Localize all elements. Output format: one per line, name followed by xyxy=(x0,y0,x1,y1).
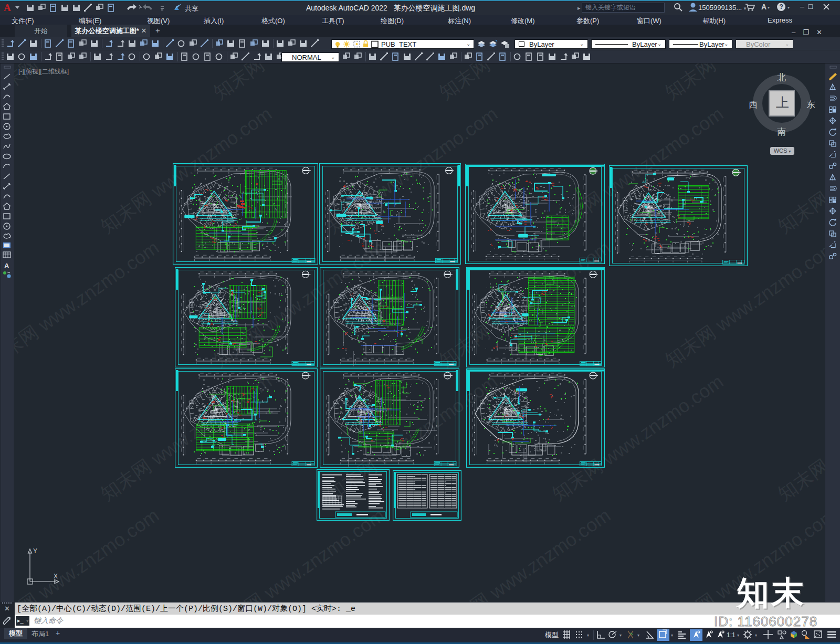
svg-text:X: X xyxy=(54,573,58,580)
svg-text:▾: ▾ xyxy=(671,633,673,638)
svg-text:▾: ▾ xyxy=(788,5,790,10)
svg-text:Y: Y xyxy=(33,547,37,555)
svg-text:1:1: 1:1 xyxy=(727,631,736,639)
svg-text:▾: ▾ xyxy=(587,633,589,638)
svg-text:▾: ▾ xyxy=(620,633,622,638)
svg-text:?: ? xyxy=(780,3,783,10)
svg-text:A: A xyxy=(761,3,766,11)
svg-text:▾: ▾ xyxy=(737,633,739,638)
svg-text:A: A xyxy=(4,262,9,270)
svg-text:▾: ▾ xyxy=(768,5,770,10)
svg-text:▾: ▾ xyxy=(637,633,639,638)
svg-text:▾: ▾ xyxy=(755,633,757,638)
svg-text:模型: 模型 xyxy=(544,631,559,639)
